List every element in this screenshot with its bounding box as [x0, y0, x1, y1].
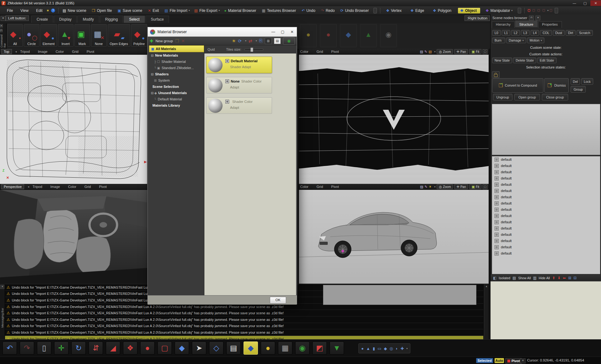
pen-icon[interactable]: ✎ — [424, 50, 427, 54]
viewport-menu-item[interactable]: Image — [50, 185, 64, 189]
undo-icon[interactable]: ↶ — [3, 341, 17, 355]
cursor-select-icon[interactable]: ➤ — [192, 341, 206, 355]
dropdown-caret[interactable]: ▾ — [406, 347, 408, 350]
flip-icon[interactable]: ◢ — [106, 341, 120, 355]
state-action-button[interactable]: Edit State — [537, 58, 557, 63]
node-checkbox[interactable] — [495, 158, 499, 162]
pivot-badge[interactable]: Pivot — [505, 358, 522, 364]
node-checkbox[interactable] — [495, 170, 499, 174]
rotate-icon[interactable]: ↻ — [71, 341, 86, 355]
tree-item[interactable]: ▦ All Materials — [149, 45, 204, 52]
auto-badge[interactable]: Auto — [495, 358, 504, 363]
weld-icon[interactable]: ● — [140, 341, 155, 355]
layer-button[interactable]: Dirt — [566, 30, 576, 36]
primitive-icon[interactable]: ◗ — [396, 346, 398, 351]
render-sphere-icon[interactable]: ◉ — [295, 341, 310, 355]
warning-message-row[interactable]: ⚠ Undo block for "Import E:\TIZX-Game De… — [5, 323, 483, 330]
redo[interactable]: ↷ Redo — [321, 8, 336, 13]
tree-item[interactable]: ⊟ New Materials — [149, 52, 204, 58]
scale-icon[interactable]: ⇵ — [89, 341, 103, 355]
close-icon[interactable]: ✕ — [0, 285, 4, 289]
group-button[interactable]: Group — [571, 86, 586, 93]
toggle-box[interactable] — [373, 8, 377, 13]
viewport-perspective-canvas[interactable] — [0, 190, 147, 284]
Default Material[interactable]: Default Material Shader Adapt — [206, 57, 272, 73]
texture-pattern-icon[interactable]: ▦ — [278, 341, 292, 355]
zoom-button[interactable]: ◎Zoom — [437, 184, 453, 189]
node-row[interactable]: default — [492, 219, 600, 225]
viewport-menu-item[interactable]: Pivot — [331, 50, 343, 53]
edges-icon[interactable]: ◇ — [209, 341, 223, 355]
zoom-button[interactable]: ◎Zoom — [437, 49, 453, 54]
close-group-button[interactable]: Close group — [542, 94, 568, 100]
light-icon[interactable]: ☀ — [429, 185, 432, 189]
polygons-icon[interactable]: ◆ — [175, 341, 189, 355]
frame-icon[interactable]: ▢ — [157, 341, 172, 355]
layer-button[interactable]: Scratch — [577, 30, 593, 36]
panel-tab[interactable]: Hierarchy — [492, 21, 515, 28]
node-checkbox[interactable] — [495, 201, 499, 205]
viewport-menu-item[interactable]: Pivot — [87, 50, 98, 53]
viewport-wireframe-canvas[interactable] — [299, 55, 489, 184]
primitive-icon[interactable]: ● — [361, 346, 364, 351]
node-row[interactable]: default — [492, 175, 600, 181]
primitive-icon[interactable]: ▭ — [378, 346, 381, 351]
uv-sheet-icon[interactable]: ▤ — [226, 341, 241, 355]
viewport-menu-item[interactable]: Color — [300, 50, 312, 53]
new-scene[interactable]: ▤ New scene — [63, 8, 88, 13]
ungroup-button[interactable]: Ungroup — [493, 94, 512, 100]
refresh-icon[interactable]: ⟳ — [238, 38, 242, 43]
panel-tab[interactable]: Structure — [515, 21, 537, 27]
viewport-menu-item[interactable]: Pivot — [331, 185, 343, 189]
isolated-button[interactable]: Isolated — [499, 276, 510, 280]
fit-button[interactable]: ▣Fit — [469, 49, 481, 54]
select-none[interactable]: ▦ ✕ None — [91, 24, 107, 47]
toolbar-tab[interactable]: Rigging — [100, 16, 123, 23]
convert-to-compound-button[interactable]: ❒↵ Convert to Compound — [492, 78, 543, 93]
lock-button[interactable]: Lock — [581, 78, 593, 85]
material-spheres-icon[interactable]: ● — [261, 341, 275, 355]
menu-item[interactable]: View — [17, 8, 32, 14]
grid-view-toggle[interactable]: ▥ — [265, 38, 272, 44]
open-group-button[interactable]: Open group — [514, 94, 540, 100]
close-button[interactable]: ✕ — [590, 0, 601, 6]
list-view-toggle[interactable]: ▤ — [274, 38, 281, 44]
dropdown-caret[interactable]: ▾ — [434, 50, 435, 53]
select-mark[interactable]: ▣ Mark — [74, 24, 90, 47]
tree-item[interactable]: └ Default Material — [149, 96, 204, 102]
pan-button[interactable]: ✛Pan — [454, 49, 468, 54]
merge-icon[interactable]: ❖ — [123, 341, 137, 355]
primitive-icon[interactable]: ◆ — [384, 346, 387, 351]
slider-thumb[interactable] — [250, 48, 253, 52]
close-icon[interactable]: ✕ — [0, 24, 3, 28]
layer-up-icon[interactable]: ⬆ — [552, 276, 555, 280]
viewport-menu-item[interactable]: Image — [38, 50, 52, 53]
file-export[interactable]: ▤ File Export ▾ — [194, 8, 220, 13]
node-row[interactable]: default — [492, 188, 600, 194]
dismiss-button[interactable]: ❒▲ Dismiss — [544, 78, 569, 93]
poly-mode-icon[interactable]: ◆ — [244, 341, 258, 355]
select-invert[interactable]: ▲ ▼ Invert — [58, 24, 74, 47]
dropdown-caret[interactable]: ▾ — [547, 9, 548, 12]
minimize-button[interactable]: — — [569, 0, 580, 6]
viewport-menu-item[interactable]: Grid — [85, 185, 95, 189]
dialog-title-bar[interactable]: Material Browser — ▢ ✕ — [148, 27, 297, 37]
quick-label[interactable]: Quid — [208, 48, 215, 51]
dropdown-caret[interactable]: ▾ — [434, 185, 435, 188]
warning-message-row[interactable]: ⚠ Undo block for "Import E:\TIZX-Game De… — [5, 310, 483, 316]
viewport-top-canvas[interactable]: Z ✕ ▶ — [0, 55, 147, 184]
primitive-icon[interactable]: ▲ — [366, 346, 370, 351]
warning-message-row[interactable]: ⚠ Undo block for "Import E:\TIZX-Game De… — [5, 329, 483, 336]
close-icon[interactable]: ✕ — [1, 16, 6, 21]
viewport-menu-item[interactable]: Grid — [72, 50, 83, 53]
toolbar-tab[interactable]: Display — [54, 16, 77, 23]
node-row[interactable]: default — [492, 244, 600, 250]
textures-browser[interactable]: ▦ Textures Browser — [262, 8, 297, 13]
collapse-arrow-icon[interactable]: ◂ — [15, 50, 17, 53]
wire-shade-icon[interactable]: ▨ — [420, 50, 423, 54]
pan-button[interactable]: ✛Pan — [454, 184, 468, 189]
node-checkbox[interactable] — [495, 226, 499, 230]
viewport-label[interactable]: Perspective — [1, 184, 24, 189]
layer-button[interactable]: Dust — [553, 30, 565, 36]
hide-all-button[interactable]: Hide All — [539, 276, 550, 280]
